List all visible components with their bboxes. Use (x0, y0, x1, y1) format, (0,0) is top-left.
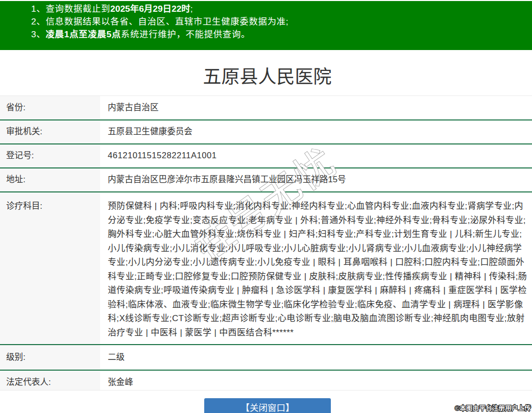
svg-text:©本图由平台注册用户上传: ©本图由平台注册用户上传 (455, 404, 531, 412)
